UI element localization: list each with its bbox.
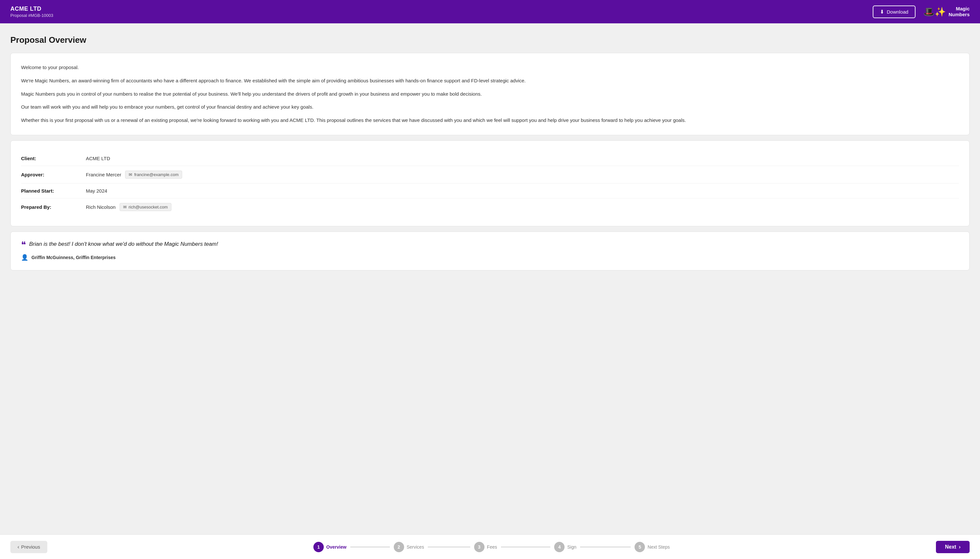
bottom-navigation: ‹ Previous 1 Overview 2 Services — [0, 534, 980, 559]
details-card: Client: ACME LTD Approver: Francine Merc… — [10, 141, 970, 226]
intro-paragraph-1: Welcome to your proposal. — [21, 64, 959, 72]
step-label-3: Fees — [487, 544, 497, 550]
step-item-4[interactable]: 4 Sign — [554, 542, 635, 552]
intro-paragraph-4: Our team will work with you and will hel… — [21, 103, 959, 111]
planned-start-label: Planned Start: — [21, 188, 86, 194]
step-circle-1: 1 — [313, 542, 324, 552]
step-item-2[interactable]: 2 Services — [394, 542, 474, 552]
intro-paragraph-2: We're Magic Numbers, an award-winning fi… — [21, 77, 959, 85]
steps-track: 1 Overview 2 Services 3 Fees — [313, 542, 670, 552]
email-icon-2: ✉ — [123, 205, 127, 210]
email-icon: ✉ — [129, 172, 132, 177]
brand-name: MagicNumbers — [949, 6, 970, 18]
main-content: Proposal Overview Welcome to your propos… — [0, 23, 980, 534]
approver-name: Francine Mercer — [86, 172, 121, 177]
step-circle-2: 2 — [394, 542, 404, 552]
step-circle-5: 5 — [635, 542, 645, 552]
step-label-5: Next Steps — [647, 544, 670, 550]
prepared-by-row: Prepared By: Rich Nicolson ✉ rich@usesoc… — [21, 198, 959, 216]
planned-start-value: May 2024 — [86, 188, 107, 194]
step-label-4: Sign — [567, 544, 576, 550]
step-label-1: Overview — [326, 544, 346, 550]
step-label-2: Services — [407, 544, 424, 550]
step-number-2: 2 — [398, 544, 400, 550]
step-circle-4: 4 — [554, 542, 564, 552]
approver-email: francine@example.com — [134, 172, 178, 177]
step-connector-4 — [580, 547, 631, 547]
step-number-4: 4 — [558, 544, 561, 550]
company-name: ACME LTD — [10, 5, 53, 12]
prepared-by-label: Prepared By: — [21, 204, 86, 210]
header-company-info: ACME LTD Proposal #MGB-10003 — [10, 5, 53, 18]
approver-value: Francine Mercer ✉ francine@example.com — [86, 170, 182, 179]
client-row: Client: ACME LTD — [21, 151, 959, 166]
step-number-5: 5 — [638, 544, 641, 550]
client-value: ACME LTD — [86, 155, 110, 161]
step-item-3[interactable]: 3 Fees — [474, 542, 554, 552]
app-header: ACME LTD Proposal #MGB-10003 ⬇ Download … — [0, 0, 980, 23]
steps-container: 1 Overview 2 Services 3 Fees — [47, 542, 936, 552]
step-circle-3: 3 — [474, 542, 485, 552]
step-connector-3 — [501, 547, 551, 547]
testimonial-author: 👤 Griffin McGuinness, Griffin Enterprise… — [21, 254, 959, 261]
approver-label: Approver: — [21, 172, 86, 177]
step-item-5[interactable]: 5 Next Steps — [635, 542, 670, 552]
next-label: Next — [945, 544, 956, 550]
testimonial-text: Brian is the best! I don't know what we'… — [29, 241, 218, 247]
author-name: Griffin McGuinness, Griffin Enterprises — [31, 255, 116, 260]
quote-mark-icon: ❝ — [21, 240, 26, 249]
previous-label: Previous — [21, 544, 40, 550]
client-label: Client: — [21, 155, 86, 161]
intro-paragraph-5: Whether this is your first proposal with… — [21, 116, 959, 124]
header-actions: ⬇ Download 🎩✨ MagicNumbers — [873, 5, 970, 18]
chevron-right-icon: › — [959, 544, 960, 550]
step-number-3: 3 — [478, 544, 481, 550]
download-button[interactable]: ⬇ Download — [873, 5, 916, 18]
prepared-by-email-badge: ✉ rich@usesocket.com — [120, 203, 172, 211]
prepared-by-value: Rich Nicolson ✉ rich@usesocket.com — [86, 203, 172, 211]
prepared-by-email: rich@usesocket.com — [129, 205, 168, 210]
person-icon: 👤 — [21, 254, 28, 261]
step-connector-2 — [428, 547, 470, 547]
intro-paragraph-3: Magic Numbers puts you in control of you… — [21, 90, 959, 98]
chevron-left-icon: ‹ — [18, 544, 19, 550]
approver-email-badge: ✉ francine@example.com — [125, 170, 182, 179]
next-button[interactable]: Next › — [936, 541, 970, 553]
brand-logo: 🎩✨ MagicNumbers — [923, 6, 970, 18]
step-item-1[interactable]: 1 Overview — [313, 542, 394, 552]
step-connector-1 — [350, 547, 390, 547]
testimonial-quote: ❝ Brian is the best! I don't know what w… — [21, 241, 959, 249]
prepared-by-name: Rich Nicolson — [86, 204, 116, 210]
intro-card: Welcome to your proposal. We're Magic Nu… — [10, 53, 970, 135]
testimonial-card: ❝ Brian is the best! I don't know what w… — [10, 232, 970, 270]
page-title: Proposal Overview — [10, 35, 970, 45]
planned-start-row: Planned Start: May 2024 — [21, 184, 959, 198]
previous-button[interactable]: ‹ Previous — [10, 541, 47, 553]
proposal-number: Proposal #MGB-10003 — [10, 13, 53, 18]
step-number-1: 1 — [317, 544, 320, 550]
approver-row: Approver: Francine Mercer ✉ francine@exa… — [21, 166, 959, 184]
magic-hat-icon: 🎩✨ — [923, 7, 946, 17]
download-icon: ⬇ — [880, 9, 884, 15]
